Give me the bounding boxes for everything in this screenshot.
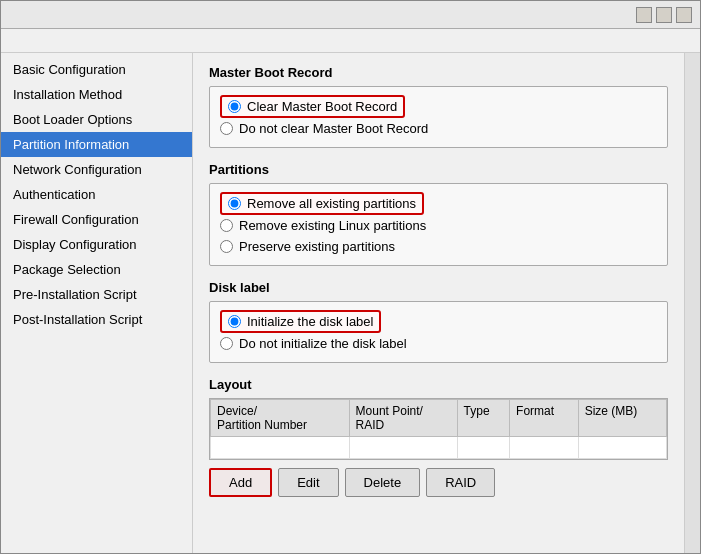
sidebar-item-firewall-configuration[interactable]: Firewall Configuration	[1, 207, 192, 232]
section-disk-label: Disk labelInitialize the disk labelDo no…	[209, 280, 668, 363]
scrollbar[interactable]	[684, 53, 700, 553]
radio-row-clear-mbr: Clear Master Boot Record	[220, 95, 405, 118]
main-panel: Master Boot RecordClear Master Boot Reco…	[193, 53, 684, 553]
radio-row-init-disk: Initialize the disk label	[220, 310, 381, 333]
radio-label-preserve: Preserve existing partitions	[239, 239, 395, 254]
col-header-mount-point-raid: Mount Point/ RAID	[349, 400, 457, 437]
col-header-type: Type	[457, 400, 509, 437]
section-partitions: PartitionsRemove all existing partitions…	[209, 162, 668, 266]
menu-bar	[1, 29, 700, 53]
table-cell	[578, 437, 666, 459]
radio-init-disk[interactable]	[228, 315, 241, 328]
layout-title: Layout	[209, 377, 668, 392]
radio-label-init-disk: Initialize the disk label	[247, 314, 373, 329]
section-box: Remove all existing partitionsRemove exi…	[209, 183, 668, 266]
section-mbr: Master Boot RecordClear Master Boot Reco…	[209, 65, 668, 148]
sidebar-item-basic-configuration[interactable]: Basic Configuration	[1, 57, 192, 82]
table-cell	[211, 437, 350, 459]
radio-no-clear-mbr[interactable]	[220, 122, 233, 135]
maximize-button[interactable]	[656, 7, 672, 23]
radio-row-preserve: Preserve existing partitions	[220, 236, 657, 257]
sidebar-item-network-configuration[interactable]: Network Configuration	[1, 157, 192, 182]
radio-row-remove-linux: Remove existing Linux partitions	[220, 215, 657, 236]
sidebar: Basic ConfigurationInstallation MethodBo…	[1, 53, 193, 553]
radio-remove-linux[interactable]	[220, 219, 233, 232]
radio-row-remove-all: Remove all existing partitions	[220, 192, 424, 215]
sidebar-item-post-installation-script[interactable]: Post-Installation Script	[1, 307, 192, 332]
layout-section: LayoutDevice/ Partition NumberMount Poin…	[209, 377, 668, 497]
raid-btn[interactable]: RAID	[426, 468, 495, 497]
window-controls	[636, 7, 692, 23]
close-button[interactable]	[676, 7, 692, 23]
radio-label-clear-mbr: Clear Master Boot Record	[247, 99, 397, 114]
edit-btn[interactable]: Edit	[278, 468, 338, 497]
radio-row-no-clear-mbr: Do not clear Master Boot Record	[220, 118, 657, 139]
radio-preserve[interactable]	[220, 240, 233, 253]
radio-label-no-init-disk: Do not initialize the disk label	[239, 336, 407, 351]
sidebar-item-display-configuration[interactable]: Display Configuration	[1, 232, 192, 257]
radio-label-no-clear-mbr: Do not clear Master Boot Record	[239, 121, 428, 136]
table-cell	[349, 437, 457, 459]
sidebar-item-package-selection[interactable]: Package Selection	[1, 257, 192, 282]
minimize-button[interactable]	[636, 7, 652, 23]
radio-label-remove-all: Remove all existing partitions	[247, 196, 416, 211]
menu-file[interactable]	[5, 39, 13, 43]
col-header-format: Format	[510, 400, 579, 437]
main-window: Basic ConfigurationInstallation MethodBo…	[0, 0, 701, 554]
table-cell	[457, 437, 509, 459]
section-box: Clear Master Boot RecordDo not clear Mas…	[209, 86, 668, 148]
radio-no-init-disk[interactable]	[220, 337, 233, 350]
delete-btn[interactable]: Delete	[345, 468, 421, 497]
sidebar-item-pre-installation-script[interactable]: Pre-Installation Script	[1, 282, 192, 307]
table-cell	[510, 437, 579, 459]
section-box: Initialize the disk labelDo not initiali…	[209, 301, 668, 363]
menu-help[interactable]	[29, 39, 37, 43]
section-title: Disk label	[209, 280, 668, 295]
content-area: Basic ConfigurationInstallation MethodBo…	[1, 53, 700, 553]
sidebar-item-partition-information[interactable]: Partition Information	[1, 132, 192, 157]
layout-table: Device/ Partition NumberMount Point/ RAI…	[210, 399, 667, 459]
col-header-device-partition-number: Device/ Partition Number	[211, 400, 350, 437]
sidebar-item-boot-loader-options[interactable]: Boot Loader Options	[1, 107, 192, 132]
section-title: Partitions	[209, 162, 668, 177]
sidebar-item-authentication[interactable]: Authentication	[1, 182, 192, 207]
radio-clear-mbr[interactable]	[228, 100, 241, 113]
layout-button-row: AddEditDeleteRAID	[209, 468, 668, 497]
add-btn[interactable]: Add	[209, 468, 272, 497]
sidebar-item-installation-method[interactable]: Installation Method	[1, 82, 192, 107]
radio-row-no-init-disk: Do not initialize the disk label	[220, 333, 657, 354]
radio-remove-all[interactable]	[228, 197, 241, 210]
col-header-size-mb: Size (MB)	[578, 400, 666, 437]
title-bar	[1, 1, 700, 29]
section-title: Master Boot Record	[209, 65, 668, 80]
layout-table-wrapper: Device/ Partition NumberMount Point/ RAI…	[209, 398, 668, 460]
radio-label-remove-linux: Remove existing Linux partitions	[239, 218, 426, 233]
